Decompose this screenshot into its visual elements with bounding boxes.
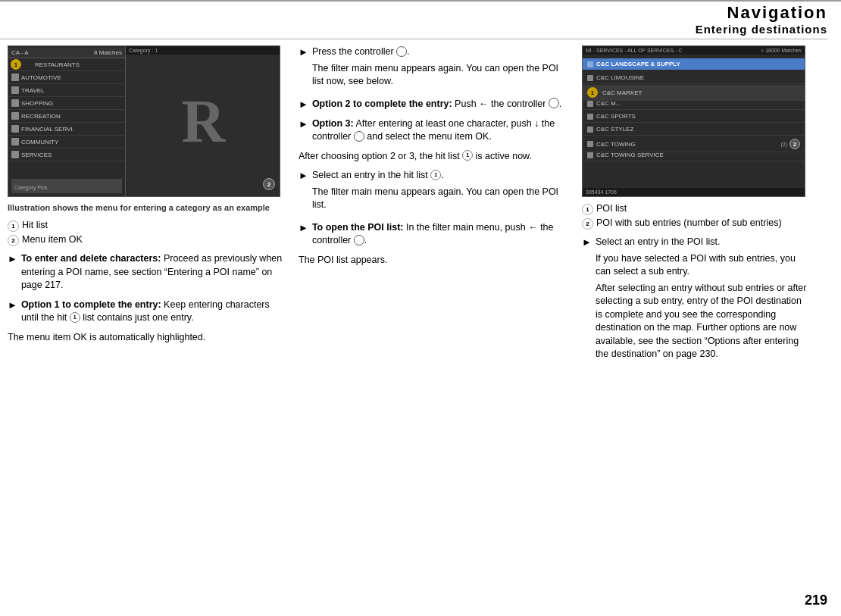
- badge-2-circle-r: 2: [582, 218, 593, 230]
- poi-row-icon: [587, 152, 593, 158]
- left-desc-list: 1 Hit list 2 Menu item OK: [8, 220, 288, 246]
- instr-option3: ► Option 3: After entering at least one …: [299, 117, 571, 144]
- center-instructions: ► Press the controller . The filter main…: [299, 45, 571, 267]
- instr-select-entry: ► Select an entry in the hit list 1. The…: [299, 169, 571, 215]
- inline-badge-1c: 1: [430, 170, 441, 180]
- nav-menu-shopping: SHOPPING: [8, 97, 125, 110]
- poi-highlighted-text: C&C LANDSCAPE & SUPPLY: [596, 61, 680, 67]
- nav-menu-restaurants: 1 RESTAURANTS: [8, 58, 125, 71]
- header-subtitle: Entering destinations: [0, 23, 827, 39]
- image-caption: Illustration shows the menu for entering…: [8, 203, 288, 212]
- select-entry-line: Select an entry in the hit list 1.: [312, 169, 571, 183]
- nav-menu-item-label: AUTOMOTIVE: [21, 74, 61, 81]
- image-caption-text: Illustration shows the menu for entering…: [8, 203, 270, 212]
- hit-list-label: Hit list: [22, 220, 48, 232]
- badge-1-circle: 1: [8, 220, 19, 232]
- nav-screen-image: CA - A 8 Matches 1 RESTAURANTS AUTOMOTIV…: [8, 45, 280, 197]
- instr-option2: ► Option 2 to complete the entry: Push ←…: [299, 98, 571, 111]
- arrow-icon: ►: [8, 299, 17, 325]
- instr-open-poi-bold: To open the POI list:: [312, 222, 404, 233]
- nav-menu-item-label: RECREATION: [21, 113, 61, 120]
- poi-row-cm: C&C M...: [583, 98, 805, 110]
- poi-screen-image: MI - SERVICES - ALL OF SERVICES - C ≈ 18…: [582, 45, 805, 197]
- poi-row-icon: [587, 127, 593, 133]
- r-letter: R: [182, 91, 226, 152]
- nav-menu-item-label: SHOPPING: [21, 100, 53, 107]
- poi-header-text: MI - SERVICES - ALL OF SERVICES - C: [586, 48, 682, 53]
- poi-list-label: POI list: [596, 203, 627, 215]
- instr-option3-bold: Option 3:: [312, 118, 354, 129]
- main-content: CA - A 8 Matches 1 RESTAURANTS AUTOMOTIV…: [0, 45, 841, 371]
- instr-menu-ok-text: The menu item OK is automatically highli…: [8, 331, 288, 345]
- nav-item-icon: [11, 138, 19, 145]
- badge-1-circle-r: 1: [582, 204, 593, 215]
- nav-item-icon: [11, 125, 19, 133]
- poi-row-icon: [587, 101, 593, 107]
- controller-icon-4: [354, 235, 364, 245]
- page-number: 219: [805, 593, 827, 608]
- instr-menu-ok: The menu item OK is automatically highli…: [8, 331, 288, 345]
- controller-icon-3: [354, 131, 364, 142]
- instr-menu-ok-body: The menu item OK is automatically highli…: [8, 332, 205, 342]
- poi-market-text: C&C MARKET: [602, 89, 642, 96]
- press-controller-line: Press the controller .: [312, 45, 571, 59]
- nav-header-text: CA - A: [11, 49, 29, 56]
- poi-row-limousine: C&C LIMOUSINE: [583, 72, 805, 84]
- nav-menu-item-label: FINANCIAL SERVI.: [21, 126, 74, 133]
- menu-ok-label: Menu item OK: [22, 234, 83, 246]
- instr-select-entry-text: Select an entry in the hit list 1. The f…: [312, 169, 571, 215]
- poi-stylez-text: C&C STYLEZ: [596, 126, 633, 133]
- desc-item-poi-sub: 2 POI with sub entries (number of sub en…: [582, 217, 809, 230]
- instr-option2-bold: Option 2 to complete the entry:: [312, 98, 452, 109]
- poi-row-icon: [587, 114, 593, 120]
- badge-2: 2: [263, 178, 275, 190]
- badge-2-towing: 2: [789, 139, 800, 149]
- nav-item-icon: [11, 99, 19, 107]
- poi-sub-label: POI with sub entries (number of sub entr…: [596, 217, 782, 230]
- page-container: Navigation Entering destinations CA - A …: [0, 0, 841, 371]
- poi-row-icon: [587, 61, 593, 67]
- right-desc-list: 1 POI list 2 POI with sub entries (numbe…: [582, 203, 809, 230]
- poi-bottom-bar: 385434 1706: [583, 188, 805, 196]
- center-column: ► Press the controller . The filter main…: [299, 45, 571, 371]
- badge-2-circle: 2: [8, 235, 19, 246]
- nav-left-panel: CA - A 8 Matches 1 RESTAURANTS AUTOMOTIV…: [8, 46, 126, 196]
- arrow-icon: ►: [299, 98, 308, 111]
- instr-select-poi-text: Select an entry in the POI list. If you …: [596, 236, 809, 364]
- nav-match-text: 8 Matches: [94, 49, 122, 56]
- filter-menu-appears: The filter main menu appears again. You …: [312, 62, 571, 89]
- nav-left-header: CA - A 8 Matches: [8, 48, 125, 58]
- nav-center-panel: Category : 1 R 2: [126, 46, 280, 196]
- nav-menu-services: SERVICES: [8, 149, 125, 161]
- nav-menu-item-label: TRAVEL: [21, 87, 45, 94]
- select-poi-sub: If you have selected a POI with sub entr…: [596, 252, 809, 279]
- arrow-icon: ►: [299, 117, 308, 144]
- poi-highlighted-row: C&C LANDSCAPE & SUPPLY: [583, 58, 805, 70]
- arrow-icon: ►: [299, 169, 308, 215]
- left-column: CA - A 8 Matches 1 RESTAURANTS AUTOMOTIV…: [8, 45, 288, 371]
- instr-select-poi: ► Select an entry in the POI list. If yo…: [582, 236, 809, 364]
- arrow-icon: ►: [8, 252, 17, 292]
- category-label: Category : 1: [129, 48, 158, 53]
- nav-item-icon: [11, 112, 19, 120]
- nav-center-top: Category : 1: [126, 46, 280, 55]
- poi-cm-text: C&C M...: [596, 100, 621, 107]
- nav-menu-travel: TRAVEL: [8, 84, 125, 97]
- poi-appears-body: The POI list appears.: [299, 255, 387, 265]
- right-column: MI - SERVICES - ALL OF SERVICES - C ≈ 18…: [582, 45, 809, 371]
- inline-badge-1b: 1: [462, 150, 473, 161]
- instr-option2-body: Push ← the controller .: [455, 98, 561, 109]
- nav-menu-financial: FINANCIAL SERVI.: [8, 123, 125, 136]
- instr-poi-appears-text: The POI list appears.: [299, 254, 571, 267]
- select-poi-line: Select an entry in the POI list.: [596, 236, 809, 249]
- nav-menu-item-label: COMMUNITY: [21, 139, 58, 145]
- poi-row-sports: C&C SPORTS: [583, 111, 805, 123]
- nav-menu-community: COMMUNITY: [8, 136, 125, 149]
- nav-menu-recreation: RECREATION: [8, 110, 125, 123]
- poi-row-towing-service: C&C TOWING SERVICE: [583, 149, 805, 161]
- left-instructions: ► To enter and delete characters: Procee…: [8, 252, 288, 344]
- instr-option1-bold: Option 1 to complete the entry:: [21, 299, 161, 310]
- poi-screen-header: MI - SERVICES - ALL OF SERVICES - C ≈ 18…: [583, 46, 805, 55]
- header-title: Navigation: [0, 3, 827, 23]
- arrow-icon: ►: [299, 45, 308, 92]
